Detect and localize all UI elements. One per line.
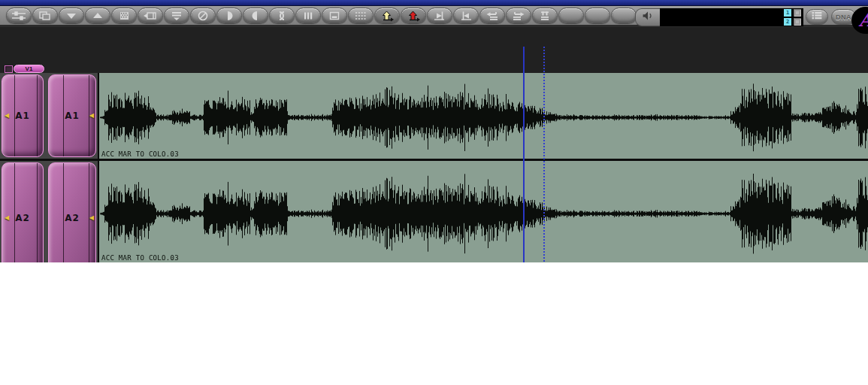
stack-down-icon: [168, 10, 186, 22]
channel-indicator-label: 2: [786, 19, 789, 25]
mixer-icon: [10, 10, 28, 22]
blank-button-1[interactable]: [558, 8, 584, 23]
track-2-right-panel[interactable]: A2 ◀: [48, 162, 96, 262]
window-titlebar[interactable]: [0, 0, 868, 6]
trim-left-icon: [431, 10, 449, 22]
blank-button-2[interactable]: [585, 8, 610, 23]
dither-icon: [115, 10, 133, 22]
audio-clip-2[interactable]: ACC MAR TO COLO.03: [98, 161, 868, 262]
trim-right-button[interactable]: [453, 8, 479, 23]
ruler-button[interactable]: [348, 8, 374, 23]
slash-circle-icon: [194, 10, 212, 22]
tray-icon: [325, 10, 343, 22]
columns-button[interactable]: [295, 8, 321, 23]
app-window: 1 2 DNA A V1: [0, 0, 868, 385]
dna-button-label: DNA: [836, 14, 851, 21]
copy-icon: [36, 10, 54, 22]
layers-icon: [536, 10, 554, 22]
track-row-1: ◀ A1 A1 ◀ ACC MAR TO COLO.03: [0, 73, 868, 161]
ruler-icon: [352, 10, 370, 22]
move-down-button[interactable]: [59, 8, 84, 23]
list-icon: [809, 10, 825, 24]
half-left-icon: [246, 10, 265, 22]
waveform-canvas: [100, 161, 868, 262]
trim-left-button[interactable]: [427, 8, 452, 23]
channel-indicator-1[interactable]: 1: [784, 9, 791, 17]
collapse-stack-button[interactable]: [164, 8, 189, 23]
audio-clip-1[interactable]: ACC MAR TO COLO.03: [98, 73, 868, 159]
triangle-up-icon: [89, 10, 107, 22]
channel-indicator-4-off[interactable]: [794, 18, 801, 26]
channel-indicator-label: 1: [786, 10, 789, 16]
version-tab-label: V1: [26, 66, 33, 72]
mute-button[interactable]: [190, 8, 216, 23]
channel-label: A1: [2, 111, 43, 121]
channel-indicator-2[interactable]: 2: [784, 18, 791, 26]
fill-pattern-button[interactable]: [111, 8, 137, 23]
channel-indicator-3-off[interactable]: [794, 9, 801, 17]
arrow-left-icon[interactable]: ◀: [89, 215, 94, 221]
channel-label: A2: [2, 213, 43, 223]
track-1-left-panel[interactable]: ◀ A1: [2, 74, 44, 157]
nudge-left-icon: [483, 10, 501, 22]
arrow-left-icon[interactable]: ◀: [89, 113, 94, 119]
nudge-left-button[interactable]: [479, 8, 505, 23]
half-right-icon: [220, 10, 238, 22]
trim-right-icon: [457, 10, 475, 22]
record-up-button[interactable]: [401, 8, 426, 23]
insert-clip-button[interactable]: [138, 8, 163, 23]
speaker-icon: [640, 10, 656, 25]
monitor-speaker-button[interactable]: [635, 8, 660, 26]
channel-label: A1: [49, 111, 95, 121]
time-display: 1 2: [660, 8, 803, 26]
edit-cursor-line[interactable]: [543, 47, 545, 262]
clip-name: ACC MAR TO COLO.03: [101, 150, 179, 158]
tray-button[interactable]: [322, 8, 347, 23]
fade-out-button[interactable]: [243, 8, 268, 23]
arrow-up-yellow-icon: [378, 10, 396, 22]
crossfade-icon: [273, 10, 291, 22]
mixer-button[interactable]: [6, 8, 32, 23]
version-collapse-button[interactable]: [5, 65, 13, 73]
playlist-button[interactable]: [806, 9, 828, 25]
playhead-line[interactable]: [523, 47, 525, 262]
track-2-header: ◀ A2 A2 ◀: [0, 161, 98, 262]
fade-in-button[interactable]: [216, 8, 242, 23]
film-insert-icon: [141, 10, 159, 22]
version-tab[interactable]: V1: [14, 65, 44, 73]
triangle-down-icon: [62, 10, 80, 22]
track-row-2: ◀ A2 A2 ◀ ACC MAR TO COLO.03: [0, 161, 868, 262]
nudge-right-icon: [510, 10, 528, 22]
load-up-button[interactable]: [374, 8, 400, 23]
layers-button[interactable]: [532, 8, 558, 23]
track-1-header: ◀ A1 A1 ◀: [0, 73, 98, 159]
copy-clip-button[interactable]: [32, 8, 58, 23]
channel-label: A2: [49, 213, 95, 223]
nudge-right-button[interactable]: [506, 8, 531, 23]
track-2-left-panel[interactable]: ◀ A2: [2, 162, 44, 262]
track-1-right-panel[interactable]: A1 ◀: [48, 74, 96, 157]
arrow-up-red-icon: [404, 10, 422, 22]
waveform-canvas: [100, 73, 868, 159]
move-up-button[interactable]: [85, 8, 110, 23]
columns-icon: [299, 10, 317, 22]
edit-workspace: V1 ◀ A1 A1 ◀ ACC MAR TO COLO.03: [0, 27, 868, 262]
crossfade-button[interactable]: [269, 8, 295, 23]
clip-name: ACC MAR TO COLO.03: [101, 254, 179, 262]
app-logo-letter: A: [859, 11, 868, 29]
blank-button-3[interactable]: [611, 8, 637, 23]
main-toolbar: 1 2 DNA A: [0, 6, 868, 27]
